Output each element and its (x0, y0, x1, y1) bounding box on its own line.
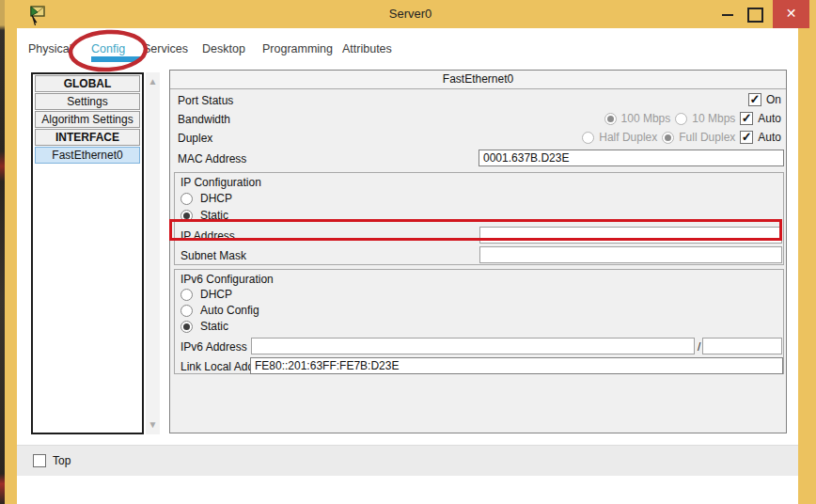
ipv6-dhcp-option[interactable]: DHCP (180, 288, 232, 301)
window-title: Server0 (5, 7, 816, 21)
panel-title: FastEthernet0 (170, 71, 786, 89)
ipv6-autoconfig-radio[interactable] (180, 305, 193, 317)
subnet-mask-field[interactable] (479, 246, 782, 263)
window-border-right (798, 28, 816, 504)
sidebar-scrollbar[interactable]: ▲ ▼ (146, 72, 160, 434)
ip-static-label: Static (200, 209, 228, 222)
tab-config[interactable]: Config (91, 42, 125, 55)
packet-tracer-device-window: Server0 ✕ Physical Config Services Deskt… (0, 0, 816, 504)
bandwidth-100mbps-radio[interactable] (604, 113, 617, 125)
ipv6-configuration-section: IPv6 Configuration DHCP Auto Config Stat… (174, 269, 784, 374)
link-local-field[interactable]: FE80::201:63FF:FE7B:D23E (250, 357, 783, 374)
duplex-half-label: Half Duplex (599, 131, 657, 144)
bandwidth-controls: 100 Mbps 10 Mbps Auto (604, 112, 781, 125)
subnet-mask-label: Subnet Mask (180, 249, 246, 262)
titlebar[interactable]: Server0 (5, 0, 816, 28)
ip-configuration-title: IP Configuration (180, 176, 261, 189)
ipv6-autoconfig-option[interactable]: Auto Config (180, 304, 259, 317)
duplex-full-radio[interactable] (662, 132, 674, 144)
top-checkbox[interactable] (33, 454, 46, 467)
maximize-button[interactable] (743, 0, 765, 28)
config-sidebar: GLOBAL Settings Algorithm Settings INTER… (31, 72, 144, 434)
port-status-controls: On (748, 93, 781, 106)
duplex-label: Duplex (178, 132, 212, 145)
mac-address-field[interactable]: 0001.637B.D23E (479, 150, 784, 166)
sidebar-item-settings[interactable]: Settings (35, 93, 140, 110)
minimize-button[interactable] (717, 0, 740, 28)
bandwidth-label: Bandwidth (178, 113, 230, 126)
duplex-half-radio[interactable] (582, 132, 594, 144)
bandwidth-auto-label: Auto (758, 112, 781, 125)
sidebar-item-algorithm-settings[interactable]: Algorithm Settings (35, 111, 140, 128)
ip-address-label: IP Address (180, 229, 235, 243)
interface-panel: FastEthernet0 Port Status On Bandwidth 1… (169, 70, 787, 433)
top-toggle[interactable]: Top (33, 454, 71, 467)
ip-address-field[interactable] (479, 227, 782, 244)
ipv6-configuration-title: IPv6 Configuration (180, 273, 274, 286)
ipv6-address-field[interactable] (251, 338, 695, 354)
duplex-auto-label: Auto (758, 131, 781, 144)
ip-dhcp-label: DHCP (200, 192, 232, 205)
duplex-controls: Half Duplex Full Duplex Auto (582, 131, 781, 144)
ip-static-radio[interactable] (180, 210, 193, 222)
tab-programming[interactable]: Programming (262, 42, 333, 55)
tab-desktop[interactable]: Desktop (202, 42, 245, 55)
bandwidth-10mbps-label: 10 Mbps (692, 112, 735, 125)
scroll-down-icon[interactable]: ▼ (146, 417, 160, 433)
ipv6-address-label: IPv6 Address (180, 340, 247, 354)
tab-services[interactable]: Services (143, 42, 188, 55)
ipv6-dhcp-radio[interactable] (180, 289, 193, 301)
port-status-label: Port Status (178, 94, 233, 107)
window-border-left (5, 28, 17, 504)
bandwidth-10mbps-radio[interactable] (675, 113, 687, 125)
ipv6-prefix-separator: / (698, 340, 700, 354)
duplex-auto-checkbox[interactable] (740, 131, 753, 144)
sidebar-header-interface[interactable]: INTERFACE (35, 129, 140, 146)
scroll-up-icon[interactable]: ▲ (146, 74, 160, 89)
bandwidth-auto-checkbox[interactable] (740, 112, 753, 125)
ipv6-static-label: Static (200, 320, 228, 333)
footer-bar: Top (17, 445, 798, 476)
mac-address-label: MAC Address (178, 152, 246, 165)
ipv6-static-option[interactable]: Static (180, 320, 228, 333)
ipv6-dhcp-label: DHCP (200, 288, 232, 301)
close-button[interactable]: ✕ (773, 0, 809, 28)
top-label: Top (53, 454, 71, 467)
ipv6-autoconfig-label: Auto Config (200, 304, 259, 317)
ip-dhcp-radio[interactable] (180, 193, 193, 205)
sidebar-header-global[interactable]: GLOBAL (35, 75, 140, 92)
ip-static-option[interactable]: Static (180, 209, 228, 222)
ip-configuration-section: IP Configuration DHCP Static IP Address … (174, 172, 784, 265)
duplex-full-label: Full Duplex (679, 131, 735, 144)
ipv6-prefix-field[interactable] (702, 338, 782, 354)
sidebar-item-fastethernet0[interactable]: FastEthernet0 (35, 147, 140, 164)
bandwidth-100mbps-label: 100 Mbps (621, 112, 671, 125)
port-status-checkbox[interactable] (748, 93, 761, 106)
ip-dhcp-option[interactable]: DHCP (180, 192, 232, 205)
ipv6-static-radio[interactable] (180, 321, 193, 333)
active-tab-indicator (91, 56, 140, 62)
port-status-on-label: On (766, 93, 781, 106)
tab-attributes[interactable]: Attributes (342, 42, 392, 55)
tab-physical[interactable]: Physical (28, 42, 72, 55)
